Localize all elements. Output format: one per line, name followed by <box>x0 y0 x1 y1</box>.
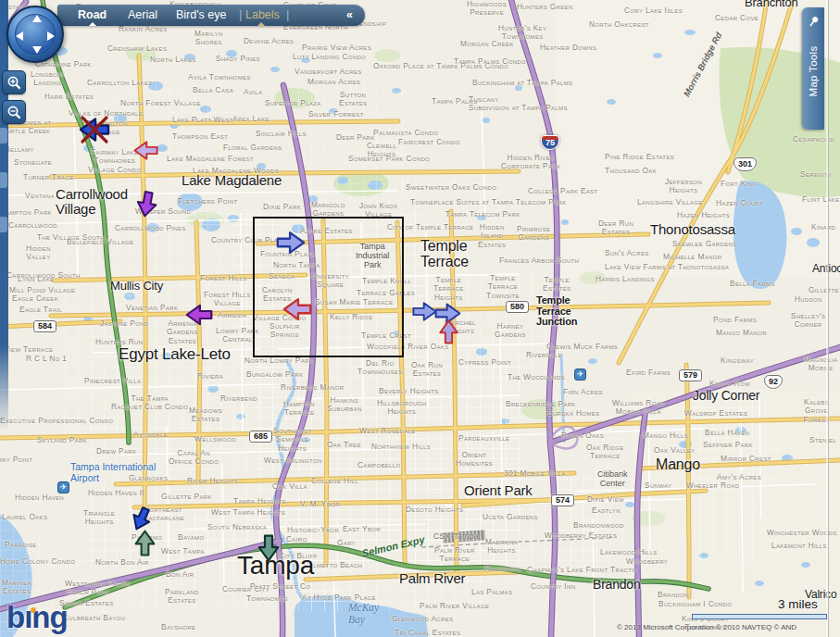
airport-icon: ✈ <box>57 481 69 493</box>
interstate-shield: 75 <box>541 135 559 150</box>
area-label: East Ybor <box>343 525 381 533</box>
area-label: Cory Lake Isles <box>624 6 683 15</box>
us-route-shield: 92 <box>764 375 783 389</box>
area-label: Tri Canal Estates <box>395 629 460 637</box>
arrow-marker[interactable] <box>254 533 283 567</box>
area-label: Culbreath Bayou <box>63 614 125 622</box>
pan-up-arrow[interactable] <box>32 15 42 22</box>
tab-birds-eye[interactable]: Bird's eye <box>176 8 227 21</box>
bing-logo-dot <box>31 607 36 613</box>
area-label: Hazen Heights <box>677 211 730 219</box>
area-label: Hazen Court <box>716 199 763 207</box>
tab-aerial[interactable]: Aerial <box>128 8 157 21</box>
area-label: Venetian Park <box>126 304 178 312</box>
city-label: Temple Terrace Junction <box>536 295 577 328</box>
area-label: Marigold Gardens <box>311 201 345 219</box>
area-label: Harr Estates <box>44 93 94 101</box>
water-label: McKay Bay <box>348 602 379 626</box>
pan-right-arrow[interactable] <box>47 31 55 41</box>
arrow-marker[interactable] <box>78 113 111 150</box>
area-label: Bella Casa <box>193 86 233 94</box>
tab-labels[interactable]: Labels <box>245 8 280 21</box>
area-label: Gillette Park <box>161 493 212 501</box>
area-label: Dixie Park <box>263 203 301 211</box>
area-label: Skyland Park <box>37 436 87 444</box>
arrow-marker[interactable] <box>435 318 462 349</box>
area-label: Eagle Trail <box>19 306 62 314</box>
left-panel-notch[interactable] <box>0 172 7 188</box>
area-label: Brandon <box>658 591 689 599</box>
area-label: Eureka Homes <box>547 409 599 418</box>
left-panel-strip[interactable] <box>0 0 8 431</box>
city-label: Lake Magdalene <box>182 173 282 188</box>
area-label: Ventana <box>25 192 55 200</box>
area-label: North Lowry Park <box>244 356 313 365</box>
zoom-in-button[interactable] <box>2 70 26 94</box>
area-label: Temple Estates <box>543 276 570 294</box>
area-label: Thompson East <box>172 132 228 141</box>
area-label: Avila Townhomes <box>188 73 251 81</box>
pan-down-arrow[interactable] <box>32 46 42 54</box>
arrow-marker[interactable] <box>132 137 159 168</box>
area-label: Shelley's Corner <box>791 312 825 330</box>
map-style-toolbar: Road Aerial Bird's eye | Labels | « <box>57 5 365 26</box>
area-label: Northview Hills <box>371 443 431 451</box>
area-label: Las Palmas <box>471 588 512 596</box>
area-label: Seffner Park <box>703 441 753 449</box>
city-label: Carrollwood Village <box>56 187 128 217</box>
area-label: Riverbend Manor <box>281 383 344 392</box>
city-label: Orient Park <box>464 483 533 498</box>
area-label: Capal An Office Condo <box>169 449 219 467</box>
area-label: Tampa Telecom Park <box>445 210 520 219</box>
arrow-marker[interactable] <box>132 190 161 222</box>
area-label: Heather Downs <box>540 44 596 52</box>
zoom-out-button[interactable] <box>2 100 26 124</box>
area-label: Devane Acres <box>244 37 294 45</box>
arrow-marker[interactable] <box>131 529 159 561</box>
bing-maps-app: EstatesReflectionsKingsborough GardensCa… <box>0 0 840 637</box>
area-label: Rivergate <box>484 565 520 573</box>
area-label: Cedar Cove <box>715 14 759 22</box>
road-label: Morris Bridge Rd <box>682 31 724 98</box>
arrow-marker[interactable] <box>184 300 214 333</box>
area-label: Dixie View <box>587 495 624 504</box>
area-label: Gillette <box>809 286 839 294</box>
area-label: Pinecrest Villa <box>84 377 141 385</box>
area-label: North Forest Village <box>120 99 201 107</box>
area-label: Carrollwood Pines <box>115 224 186 232</box>
left-panel-notch[interactable] <box>0 128 7 144</box>
bing-logo[interactable]: bıng <box>6 600 68 635</box>
area-label: Breckenridge Park <box>506 400 576 408</box>
area-label: Beach Park <box>67 588 109 596</box>
area-label: Oak Valley <box>654 446 695 455</box>
state-route-shield: 580 <box>506 301 529 313</box>
city-label: Mango <box>656 457 700 473</box>
area-label: Platt Street Co <box>250 582 310 591</box>
area-label: Kinard <box>811 223 835 231</box>
collapse-toolbar-button[interactable]: « <box>346 8 353 21</box>
area-label: Gary <box>337 539 356 547</box>
area-label: Bellefield Village <box>67 238 133 246</box>
city-label: Jolly Corner <box>693 389 759 403</box>
area-label: Palmavista Condo <box>373 129 438 137</box>
compass-control[interactable] <box>6 6 64 63</box>
tab-road[interactable]: Road <box>78 8 107 21</box>
area-label: Firn Acres <box>563 388 603 396</box>
area-label: Efird Farms <box>626 368 671 377</box>
area-label: Lake Platt West <box>172 116 233 124</box>
city-label: Branchton <box>745 0 797 9</box>
area-label: Apex Lake <box>232 115 270 123</box>
area-label: Bon Air <box>166 570 194 579</box>
area-label: Flint Lake <box>802 195 840 204</box>
area-label: Turner Trace <box>23 173 74 181</box>
area-label: Palm River Terrace <box>434 546 475 564</box>
area-label: Hunters Green <box>517 3 573 11</box>
area-label: Lake View Farms at Thonotosassa <box>605 263 729 271</box>
area-label: North Oakcrest <box>589 20 649 29</box>
pan-left-arrow[interactable] <box>16 31 23 41</box>
left-panel-notch[interactable] <box>0 217 7 232</box>
area-label: Sunway <box>645 481 671 490</box>
map-tools-tab[interactable]: Map Tools <box>802 7 824 130</box>
area-label: Sutton Estates <box>339 91 367 108</box>
area-label: Buckingham I Condo <box>658 600 732 608</box>
